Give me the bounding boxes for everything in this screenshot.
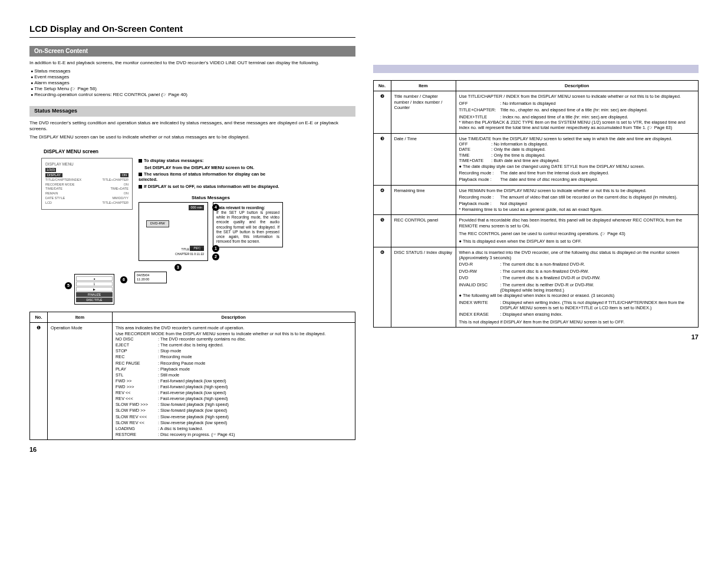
page-number-left: 16	[29, 446, 355, 454]
kv-key: OFF	[459, 101, 500, 106]
th-desc: Description	[456, 81, 699, 91]
bullet: The Setup Menu (☞ Page 58)	[31, 86, 355, 92]
mode-key: STOP	[116, 348, 158, 353]
menu-value: TITLE+CHAPTER	[103, 201, 129, 205]
mode-key: REV <<<	[116, 396, 158, 401]
note-line: To display status messages:	[144, 158, 204, 163]
kv-val: : Index no. and elapsed time of a title …	[500, 114, 696, 120]
menu-page-indicator: 1/3(0)	[45, 168, 56, 172]
page-left: LCD Display and On-Screen Content On-Scr…	[29, 24, 355, 454]
display-notes: To display status messages: Set DISPLAY …	[139, 158, 283, 263]
row-no: ❺	[373, 215, 391, 247]
kv-val: : No information is displayed.	[492, 141, 696, 147]
row-no: ❻	[373, 247, 391, 328]
desc-line: Use TIME/DATE from the DISPLAY MENU scre…	[459, 136, 696, 141]
intro-text: In addition to E-E and playback screens,…	[29, 60, 355, 66]
date-value: 04/05/04	[137, 273, 164, 277]
kv-key: Recording mode :	[459, 170, 500, 176]
row-desc: When a disc is inserted into the DVD rec…	[456, 247, 699, 328]
kv-key: Recording mode :	[459, 194, 500, 200]
kv-val: : The current disc is a non-finalized DV…	[500, 262, 696, 267]
section-onscreen-content: On-Screen Content	[29, 46, 355, 57]
kv-key: DATE	[459, 147, 492, 152]
callout-badge-1: 1	[212, 245, 219, 252]
menu-heading: DISPLAY MENU	[45, 162, 129, 167]
mode-key: REV <<	[116, 390, 158, 395]
bullet: Event messages	[31, 74, 355, 80]
rec-control-panel-icon: ● 1 ▶ FINALIZE DISC TITLE	[74, 274, 114, 305]
desc-line: (Displayed while being inserted.)	[500, 287, 696, 293]
diagram-area: DISPLAY MENU 1/3(0) DISPLAYON TITLE/CHAP…	[41, 158, 355, 263]
mode-val: : Recording mode	[158, 354, 352, 359]
row-no: ❹	[373, 185, 391, 215]
lcd-row: FINALIZE	[76, 292, 113, 297]
kv-key: INDEX+TITLE	[459, 114, 500, 120]
row-no: ❶	[30, 323, 48, 440]
table-row: ❶ Operation Mode This area indicates the…	[30, 323, 355, 440]
kv-val: The amount of video that can still be re…	[500, 194, 696, 200]
recording-data-callout: Data relevant to recording: If the SET U…	[213, 202, 283, 247]
callout-badge-3: 3	[174, 264, 182, 271]
menu-item: DISPLAY	[45, 173, 62, 177]
mode-key: REC PAUSE	[116, 361, 158, 366]
row-item: Operation Mode	[48, 323, 113, 440]
callout-badge-2: 2	[212, 253, 219, 260]
square-bullet-icon	[139, 185, 142, 189]
table-row: ❻ DISC STATUS / Index display When a dis…	[373, 247, 699, 328]
section-status-messages: Status Messages	[29, 106, 355, 116]
mode-val: : Fast-reverse playback (low speed)	[158, 390, 352, 395]
kv-key: INDEX ERASE	[459, 312, 500, 317]
menu-item: DATE STYLE	[45, 196, 65, 200]
kv-val: The date and time of disc recording are …	[500, 177, 696, 182]
title-line: TITLE 01 0:11:22	[175, 248, 204, 252]
callout-badge-5: 5	[65, 282, 72, 289]
row-no: ❸	[373, 133, 391, 185]
menu-item: TIME/DATE	[45, 187, 62, 191]
mode-val: : Slow-reverse playback (low speed)	[158, 420, 352, 425]
row-desc: Use TITLE/CHAPTER / INDEX from the DISPL…	[456, 91, 699, 133]
mode-list: NO DISC: The DVD recorder currently cont…	[116, 336, 352, 437]
kv-val: : Only the date is displayed.	[492, 147, 696, 152]
row-desc: Use TIME/DATE from the DISPLAY MENU scre…	[456, 133, 699, 185]
desc-line: * When the PLAYBACK & 232C TYPE item on …	[459, 120, 696, 131]
page-number-right: 17	[373, 333, 699, 342]
note-line: If DISPLAY is set to OFF, no status info…	[144, 184, 279, 189]
menu-item: TITLE/CHAPTER/INDEX	[45, 178, 81, 182]
mode-key: REC	[116, 354, 158, 359]
mode-val: : Recording Pause mode	[158, 361, 352, 366]
row-desc: Use REMAIN from the DISPLAY MENU screen …	[456, 185, 699, 215]
th-desc: Description	[113, 312, 355, 323]
table-row: ❸ Date / Time Use TIME/DATE from the DIS…	[373, 133, 699, 185]
menu-value: ON	[124, 183, 129, 187]
chapter-line: CHAPTER 01 0:11:22	[175, 253, 204, 256]
time-value: 11:20:00	[137, 277, 164, 282]
date-time-box: 04/05/04 11:20:00	[134, 272, 167, 283]
status-intro-1: The DVD recorder's setting condition and…	[29, 120, 355, 132]
row-desc: This area indicates the DVD recorder's c…	[113, 323, 355, 440]
mode-key: SLOW FWD >>>	[116, 402, 158, 407]
desc-line: ● The following will be displayed when i…	[459, 293, 696, 298]
kv-key: INDEX WRITE	[459, 300, 500, 311]
menu-value: ON	[124, 191, 129, 196]
row-item: Title number / Chapter number / Index nu…	[391, 91, 456, 133]
menu-value: TIME+DATE	[110, 187, 129, 191]
dvd-rw-label: DVD-RW	[146, 220, 169, 227]
note-line: Set DISPLAY from the DISPLAY MENU screen…	[144, 165, 254, 170]
remain-indicator: 000 min	[189, 205, 204, 210]
kv-val: Not displayed	[500, 201, 696, 206]
mode-val: : A disc is being loaded.	[158, 426, 352, 431]
kv-val: : The current disc is a non-finalized DV…	[500, 269, 696, 274]
desc-line: ● This is displayed even when the DISPLA…	[459, 239, 696, 244]
menu-value: ON	[120, 173, 129, 177]
kv-val: : The current disc is neither DVD-R or D…	[500, 282, 696, 287]
display-menu-screen-label: DISPLAY MENU screen	[44, 148, 355, 155]
mode-key: FWD >>>	[116, 384, 158, 389]
desc-line: Use RECORDER MODE from the DISPLAY MENU …	[116, 331, 352, 336]
desc-line: This is not displayed if DISPLAY item fr…	[459, 319, 696, 325]
monitor-mockup: 000 min 4 DVD-RW REC 1 TITLE 01 0:11:22 …	[139, 202, 208, 261]
kv-val: The date and time from the internal cloc…	[500, 170, 696, 176]
mode-val: : Fast-reverse playback (high speed)	[158, 396, 352, 401]
status-intro-2: The DISPLAY MENU screen can be used to i…	[29, 134, 355, 140]
header-strip	[373, 65, 699, 73]
row-desc: Provided that a recordable disc has been…	[456, 215, 699, 247]
